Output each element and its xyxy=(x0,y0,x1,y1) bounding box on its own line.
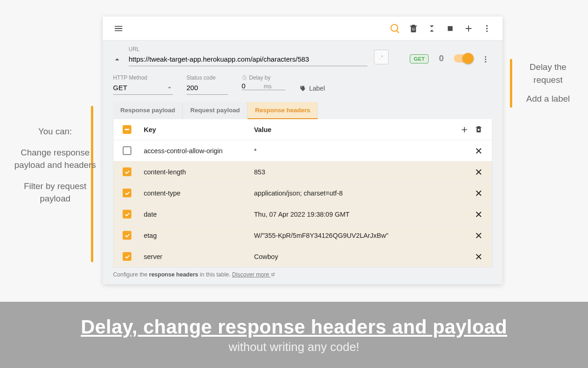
row-key: content-type xyxy=(144,190,254,197)
tab-response-headers[interactable]: Response headers xyxy=(248,102,318,119)
right-annotation: Delay the request Add a label xyxy=(518,61,578,105)
right-accent-bar xyxy=(510,59,512,108)
enable-toggle[interactable] xyxy=(454,54,472,63)
row-value: Thu, 07 Apr 2022 19:38:09 GMT xyxy=(254,211,455,218)
method-chip: GET xyxy=(410,54,429,63)
delay-label: Delay by xyxy=(242,75,285,81)
url-input[interactable] xyxy=(129,53,368,66)
row-value: W/"355-KpR/5mF8Y34126QG9UV2LArJxBw" xyxy=(254,232,455,239)
label-field[interactable]: Label xyxy=(299,82,325,95)
select-all-checkbox[interactable] xyxy=(123,125,131,134)
main-panel: URL .* GET 0 HTTP Method xyxy=(103,17,503,284)
right-anno-p1: Delay the request xyxy=(518,61,578,86)
row-key: content-length xyxy=(144,168,254,176)
col-header-value: Value xyxy=(254,126,455,133)
tab-request-payload[interactable]: Request payload xyxy=(183,102,248,119)
row-key: etag xyxy=(144,232,254,239)
row-value: application/json; charset=utf-8 xyxy=(254,190,455,197)
row-checkbox[interactable] xyxy=(123,189,131,197)
url-label: URL xyxy=(129,46,368,52)
table-row: content-length853 xyxy=(113,161,492,183)
svg-rect-1 xyxy=(448,26,453,31)
svg-point-4 xyxy=(486,30,487,32)
tab-response-payload[interactable]: Response payload xyxy=(113,102,183,119)
left-anno-p1: Change response payload and headers xyxy=(14,146,96,172)
table-row: serverCowboy xyxy=(113,246,492,267)
row-checkbox[interactable] xyxy=(123,167,131,176)
row-delete-icon[interactable] xyxy=(475,253,483,261)
delay-unit: ms xyxy=(264,83,271,90)
label-field-text: Label xyxy=(309,85,325,92)
hit-count: 0 xyxy=(439,53,444,63)
row-checkbox[interactable] xyxy=(123,146,131,155)
regex-toggle[interactable]: .* xyxy=(374,50,389,64)
row-checkbox[interactable] xyxy=(123,252,131,261)
left-anno-intro: You can: xyxy=(14,125,96,138)
row-delete-icon[interactable] xyxy=(475,189,483,197)
left-annotation: You can: Change response payload and hea… xyxy=(14,125,96,205)
row-delete-icon[interactable] xyxy=(475,168,483,176)
row-key: date xyxy=(144,211,254,218)
row-delete-icon[interactable] xyxy=(475,210,483,218)
row-value: Cowboy xyxy=(254,253,455,260)
banner-headline: Delay, change response headers and paylo… xyxy=(81,316,507,338)
right-anno-p2: Add a label xyxy=(518,92,578,105)
status-code-input[interactable] xyxy=(187,82,228,95)
row-delete-icon[interactable] xyxy=(475,147,483,155)
svg-rect-9 xyxy=(478,129,480,131)
table-row: etagW/"355-KpR/5mF8Y34126QG9UV2LArJxBw" xyxy=(113,225,492,246)
rule-body: URL .* GET 0 HTTP Method xyxy=(103,40,503,284)
search-icon[interactable] xyxy=(386,19,404,38)
svg-point-3 xyxy=(486,28,487,29)
chevron-down-icon xyxy=(166,85,173,91)
toolbar xyxy=(103,17,503,40)
row-value: * xyxy=(254,147,455,155)
left-anno-p2: Filter by request payload xyxy=(14,180,96,205)
rule-more-icon[interactable] xyxy=(479,55,492,63)
discover-more-link[interactable]: Discover more xyxy=(232,271,275,278)
add-header-icon[interactable] xyxy=(460,125,469,134)
table-row: content-typeapplication/json; charset=ut… xyxy=(113,183,492,204)
delete-all-icon[interactable] xyxy=(404,19,423,38)
row-key: server xyxy=(144,253,254,260)
svg-point-6 xyxy=(485,59,486,60)
row-delete-icon[interactable] xyxy=(475,231,483,240)
add-icon[interactable] xyxy=(459,19,478,38)
row-checkbox[interactable] xyxy=(123,231,131,240)
svg-point-5 xyxy=(485,56,486,58)
delete-headers-icon[interactable] xyxy=(475,125,483,134)
status-code-label: Status code xyxy=(187,75,228,81)
svg-point-7 xyxy=(485,61,486,63)
table-row: access-control-allow-origin* xyxy=(113,140,492,161)
delay-input[interactable] xyxy=(242,82,255,90)
svg-point-2 xyxy=(486,25,487,26)
more-icon[interactable] xyxy=(478,19,496,38)
tabs: Response payload Request payload Respons… xyxy=(113,102,492,119)
banner-sub: without writing any code! xyxy=(229,340,360,354)
collapse-chevron-icon[interactable] xyxy=(113,55,122,63)
headers-table: Key Value access-control-allow-origin*co… xyxy=(113,119,492,268)
row-key: access-control-allow-origin xyxy=(144,147,254,155)
http-method-label: HTTP Method xyxy=(113,75,173,81)
collapse-all-icon[interactable] xyxy=(423,19,441,38)
menu-icon[interactable] xyxy=(109,19,128,38)
col-header-key: Key xyxy=(144,126,254,133)
row-value: 853 xyxy=(254,168,455,176)
stop-icon[interactable] xyxy=(441,19,459,38)
table-row: dateThu, 07 Apr 2022 19:38:09 GMT xyxy=(113,204,492,225)
bottom-banner: Delay, change response headers and paylo… xyxy=(0,302,588,368)
http-method-select[interactable] xyxy=(113,82,173,95)
footnote: Configure the response headers in this t… xyxy=(113,268,492,280)
row-checkbox[interactable] xyxy=(123,210,131,218)
